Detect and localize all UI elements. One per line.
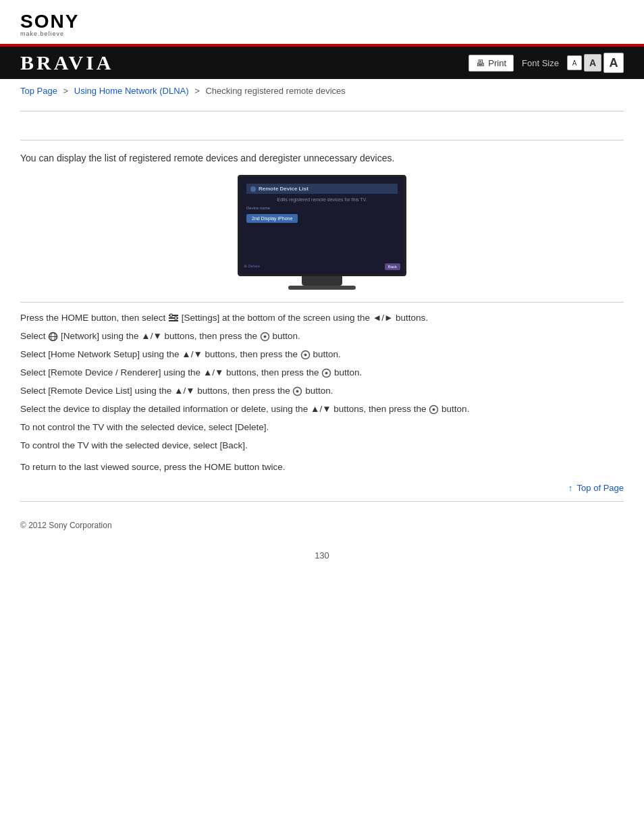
step3: Select [Home Network Setup] using the ▲/… (20, 347, 624, 363)
svg-rect-2 (169, 320, 178, 321)
print-icon: 🖶 (476, 58, 485, 68)
banner-controls: 🖶 Print Font Size A A A (468, 53, 624, 73)
top-arrow-icon: ↑ (568, 483, 573, 493)
font-medium-button[interactable]: A (584, 54, 601, 72)
step1: Press the HOME button, then select [Sett… (20, 311, 624, 326)
logo-area: SONY make.believe (0, 0, 644, 44)
page-number: 130 (0, 537, 644, 567)
tv-screen-outer: Remote Device List Edits registered remo… (238, 175, 406, 290)
step6b: To not control the TV with the selected … (20, 420, 624, 436)
return-text: To return to the last viewed source, pre… (20, 462, 624, 472)
breadcrumb: Top Page > Using Home Network (DLNA) > C… (0, 79, 644, 103)
step4: Select [Remote Device / Renderer] using … (20, 365, 624, 381)
font-large-button[interactable]: A (603, 53, 624, 73)
tv-ui-bar: Remote Device List (246, 184, 398, 194)
bottom-divider (20, 501, 624, 502)
copyright: © 2012 Sony Corporation (20, 521, 112, 530)
tv-ui-back: Back (385, 263, 400, 270)
ok-button-icon4 (292, 386, 302, 396)
tv-ui-device-label: Device name (246, 206, 398, 210)
tv-screenshot: Remote Device List Edits registered remo… (20, 175, 624, 290)
tv-ui-delete: ⊕ Delete (244, 263, 260, 270)
svg-point-13 (325, 371, 328, 374)
sony-wordmark: SONY (20, 12, 624, 31)
tv-screen: Remote Device List Edits registered remo… (238, 175, 406, 276)
breadcrumb-sep1: > (63, 86, 69, 96)
main-content: You can display the list of registered r… (0, 111, 644, 502)
top-of-page-area: ↑ Top of Page (20, 483, 624, 493)
svg-point-11 (304, 353, 306, 356)
ok-button-icon2 (300, 350, 311, 360)
font-size-controls: A A A (567, 53, 624, 73)
third-divider (20, 302, 624, 303)
tv-ui-title: Remote Device List (259, 186, 308, 192)
tv-ui-bottom: ⊕ Delete Back (244, 263, 400, 270)
tv-stand (302, 276, 342, 286)
print-button[interactable]: 🖶 Print (468, 55, 514, 72)
ok-button-icon (260, 332, 270, 342)
top-of-page-link[interactable]: Top of Page (577, 483, 624, 493)
font-size-label: Font Size (522, 58, 559, 68)
font-small-button[interactable]: A (567, 55, 582, 70)
tv-ui-icon (250, 186, 256, 192)
svg-point-15 (296, 390, 299, 392)
breadcrumb-top-page[interactable]: Top Page (20, 86, 57, 96)
tv-base (288, 286, 356, 290)
svg-rect-3 (170, 314, 172, 317)
breadcrumb-sep2: > (194, 86, 200, 96)
network-icon (48, 332, 58, 342)
tv-ui-device-btn: 2nd Display iPhone (246, 214, 298, 223)
instructions: Press the HOME button, then select [Sett… (20, 311, 624, 454)
intro-text: You can display the list of registered r… (20, 151, 624, 165)
step5: Select [Remote Device List] using the ▲/… (20, 384, 624, 399)
settings-icon (168, 313, 179, 323)
step6c: To control the TV with the selected devi… (20, 438, 624, 454)
breadcrumb-current: Checking registered remote devices (205, 86, 345, 96)
ok-button-icon5 (429, 405, 439, 415)
sony-logo: SONY make.believe (20, 12, 624, 37)
step6: Select the device to display the detaile… (20, 402, 624, 417)
svg-point-17 (433, 408, 435, 411)
sony-tagline: make.believe (20, 31, 624, 37)
svg-point-9 (263, 335, 266, 338)
breadcrumb-dlna[interactable]: Using Home Network (DLNA) (74, 86, 189, 96)
svg-rect-4 (175, 317, 177, 319)
tv-ui-subtitle: Edits registered remote devices for this… (246, 197, 398, 202)
step2: Select [Network] using the ▲/▼ buttons, … (20, 329, 624, 344)
second-divider (20, 140, 624, 140)
ok-button-icon3 (321, 368, 331, 378)
bravia-title: BRAVIA (20, 51, 113, 74)
footer: © 2012 Sony Corporation (0, 510, 644, 537)
top-divider (20, 111, 624, 111)
bravia-banner: BRAVIA 🖶 Print Font Size A A A (0, 44, 644, 79)
